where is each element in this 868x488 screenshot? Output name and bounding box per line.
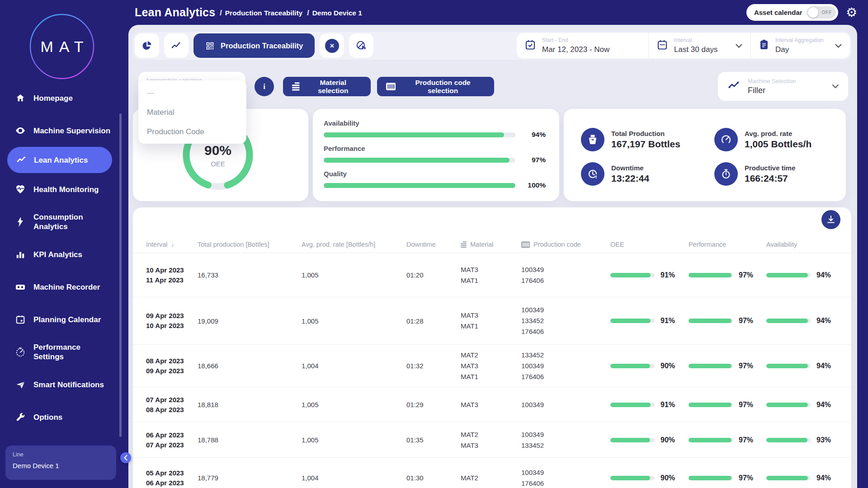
oee-label: OEE [211, 160, 225, 168]
sidebar-scrollbar[interactable] [119, 113, 122, 437]
clipboard-icon [759, 39, 769, 52]
sidebar-item-consumption-analytics[interactable]: Consumption Analytics [0, 206, 118, 238]
sidebar-item-label: Lean Analytics [34, 155, 112, 165]
dropdown-option-material[interactable]: Material [138, 103, 246, 122]
table-row[interactable]: 10 Apr 202311 Apr 2023 16,733 1,005 01:2… [133, 253, 851, 297]
sidebar-item-planning-calendar[interactable]: Planning Calendar [0, 303, 118, 336]
qr-code-icon [205, 41, 215, 51]
production-code-selection-button[interactable]: Production code selection [377, 77, 494, 96]
sidebar-item-lean-analytics[interactable]: Lean Analytics [7, 147, 112, 173]
sidebar-item-smart-notifications[interactable]: Smart Notifications [0, 368, 118, 401]
oee-cell: 91% [610, 271, 689, 279]
quality-bar [324, 183, 515, 188]
asset-calendar-toggle-pill[interactable]: Asset calendar OFF [746, 4, 838, 21]
col-material[interactable]: Material [461, 241, 521, 248]
interval-value: Last 30 days [674, 45, 717, 54]
col-performance[interactable]: Performance [689, 241, 766, 248]
availability-cell: 94% [766, 271, 848, 279]
sidebar-item-health-monitoring[interactable]: Health Monitoring [0, 173, 118, 206]
machine-selection-field[interactable]: Machine Selection Filler [718, 72, 848, 101]
dropdown-option-none[interactable]: --- [138, 83, 246, 103]
col-availability[interactable]: Availability [766, 241, 848, 248]
interval-control[interactable]: Interval Last 30 days [648, 33, 750, 58]
sidebar-item-kpi-analytics[interactable]: KPI Analytics [0, 238, 118, 271]
device-selector[interactable]: Line Demo Device 1 [5, 446, 116, 480]
app-root: MAT Homepage Machine Supervision Lean An… [0, 0, 868, 488]
production-stats-card: Total Production 167,197 Bottles Avg. pr… [564, 109, 846, 201]
col-total-production[interactable]: Total production [Bottles] [198, 241, 302, 248]
sidebar-item-machine-recorder[interactable]: Machine Recorder [0, 271, 118, 303]
info-button[interactable]: i [255, 77, 274, 96]
sidebar-item-label: Machine Recorder [33, 282, 111, 292]
speedometer-icon [714, 128, 738, 151]
stopwatch-icon [714, 162, 738, 186]
brand-logo: MAT [29, 14, 95, 80]
sidebar-item-label: Consumption Analytics [33, 212, 111, 231]
breadcrumb-section[interactable]: Production Traceability [225, 9, 302, 17]
sidebar-item-options[interactable]: Options [0, 401, 118, 433]
availability-kpi: Availability 94% [324, 119, 546, 139]
calendar-icon [15, 314, 26, 325]
sidebar-item-label: Smart Notifications [33, 380, 111, 389]
send-icon [15, 379, 26, 390]
performance-kpi: Performance 97% [324, 145, 546, 164]
downtime-clock-icon [581, 162, 604, 186]
quality-value: 100% [521, 181, 546, 189]
availability-label: Availability [324, 119, 546, 127]
sidebar-item-performance-settings[interactable]: Performance Settings [0, 336, 118, 368]
date-controls: Start - End Mar 12, 2023 - Now Interval … [517, 33, 850, 58]
line-chart-view-button[interactable] [164, 33, 189, 58]
col-downtime[interactable]: Downtime [406, 241, 461, 248]
no-chart-view-button[interactable] [349, 33, 373, 58]
col-avg-prod-rate[interactable]: Avg. prod. rate [Bottles/h] [302, 241, 406, 248]
top-header: Lean Analytics / Production Traceability… [128, 0, 868, 25]
dropdown-option-production-code[interactable]: Production Code [138, 122, 246, 141]
gauge-icon [15, 347, 26, 357]
table-row[interactable]: 07 Apr 202308 Apr 2023 18,818 1,005 01:2… [133, 387, 851, 422]
table-row[interactable]: 06 Apr 202307 Apr 2023 18,788 1,005 01:3… [133, 422, 851, 458]
clear-view-button[interactable]: ✕ [320, 33, 344, 58]
traceability-table-card: Interval↓ Total production [Bottles] Avg… [133, 207, 851, 488]
sidebar-item-label: Planning Calendar [33, 315, 111, 324]
sidebar-nav: Homepage Machine Supervision Lean Analyt… [0, 82, 118, 433]
sidebar-collapse-button[interactable] [120, 452, 131, 463]
view-toolbar: Production Traceability ✕ Start [133, 32, 851, 60]
device-line-label: Line [13, 451, 109, 458]
col-oee[interactable]: OEE [610, 241, 689, 248]
page-title: Lean Analytics [135, 6, 215, 19]
logo-text: MAT [29, 14, 95, 80]
date-range-control[interactable]: Start - End Mar 12, 2023 - Now [517, 33, 648, 58]
asset-calendar-switch[interactable]: OFF [807, 6, 836, 19]
material-selection-button[interactable]: Material selection [283, 77, 371, 96]
sidebar-item-label: Homepage [33, 94, 111, 103]
download-button[interactable] [821, 210, 840, 229]
total-production-label: Total Production [611, 130, 680, 137]
col-production-code[interactable]: Production code [521, 241, 610, 248]
settings-gear-icon[interactable]: ⚙ [846, 6, 857, 19]
table-row[interactable]: 05 Apr 202306 Apr 2023 18,779 1,004 01:3… [133, 458, 851, 488]
production-traceability-tab[interactable]: Production Traceability [193, 33, 315, 58]
material-selection-label: Material selection [305, 79, 362, 95]
quality-label: Quality [324, 170, 546, 178]
home-icon [15, 93, 26, 103]
sidebar-item-machine-supervision[interactable]: Machine Supervision [0, 114, 118, 147]
pie-chart-view-button[interactable] [135, 33, 159, 58]
breadcrumb-separator: / [307, 9, 309, 17]
chevron-down-icon [830, 42, 842, 50]
sidebar-item-homepage[interactable]: Homepage [0, 82, 118, 114]
table-row[interactable]: 09 Apr 202310 Apr 2023 19,009 1,005 01:2… [133, 297, 851, 345]
total-production-stat: Total Production 167,197 Bottles [581, 122, 714, 157]
aggregation-dropdown-menu: --- Material Production Code [138, 80, 246, 144]
sort-desc-icon[interactable]: ↓ [171, 241, 175, 248]
col-interval[interactable]: Interval↓ [146, 241, 198, 248]
interval-aggregation-control[interactable]: Interval Aggregation Day [750, 33, 850, 58]
trend-chart-icon [171, 40, 182, 51]
sidebar-item-label: Machine Supervision [33, 126, 111, 136]
performance-cell: 97% [689, 271, 766, 279]
table-row[interactable]: 08 Apr 202309 Apr 2023 18,666 1,004 01:3… [133, 345, 851, 387]
performance-value: 97% [521, 156, 546, 164]
sidebar-item-label: KPI Analytics [33, 250, 111, 259]
breadcrumb-device[interactable]: Demo Device 1 [312, 9, 362, 17]
close-circle-icon: ✕ [325, 39, 339, 53]
chevron-left-icon [124, 455, 127, 460]
